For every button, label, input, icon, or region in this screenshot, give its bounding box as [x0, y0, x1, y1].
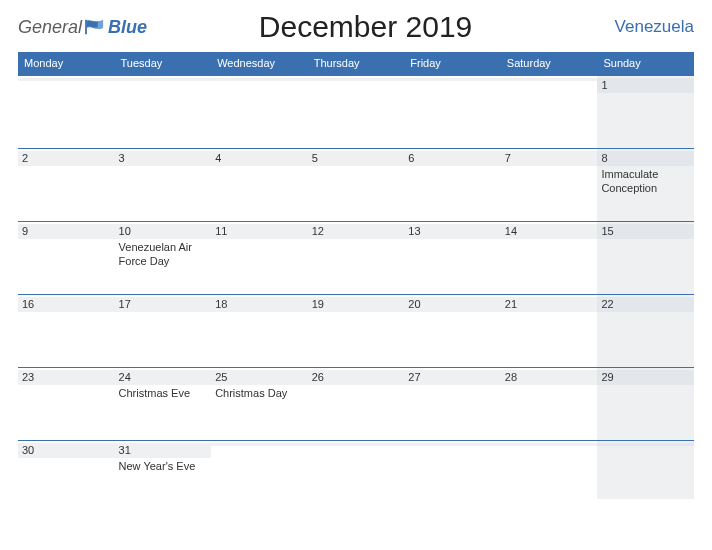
calendar-cell: [308, 76, 405, 148]
calendar: Monday Tuesday Wednesday Thursday Friday…: [18, 52, 694, 499]
date-number: 31: [115, 443, 212, 458]
date-number: [211, 78, 308, 81]
page-title: December 2019: [147, 10, 584, 44]
event-label: New Year's Eve: [119, 458, 208, 474]
date-number: [211, 443, 308, 446]
calendar-cell: [115, 76, 212, 148]
date-number: [308, 443, 405, 446]
calendar-cell: [18, 76, 115, 148]
date-number: 22: [597, 297, 694, 312]
day-headers-row: Monday Tuesday Wednesday Thursday Friday…: [18, 52, 694, 75]
calendar-cell: 30: [18, 441, 115, 499]
date-number: 16: [18, 297, 115, 312]
event-label: Immaculate Conception: [601, 166, 690, 196]
date-number: [501, 78, 598, 81]
calendar-cell: 6: [404, 149, 501, 221]
day-header: Saturday: [501, 53, 598, 74]
date-number: 27: [404, 370, 501, 385]
date-number: [115, 78, 212, 81]
date-number: 30: [18, 443, 115, 458]
calendar-cell: 9: [18, 222, 115, 294]
calendar-cell: 29: [597, 368, 694, 440]
calendar-cell: [501, 76, 598, 148]
date-number: 28: [501, 370, 598, 385]
country-label: Venezuela: [584, 17, 694, 37]
calendar-cell: 1: [597, 76, 694, 148]
event-label: Venezuelan Air Force Day: [119, 239, 208, 269]
date-number: 17: [115, 297, 212, 312]
calendar-cell: 20: [404, 295, 501, 367]
date-number: 15: [597, 224, 694, 239]
calendar-cell: 15: [597, 222, 694, 294]
date-number: 25: [211, 370, 308, 385]
calendar-cell: 17: [115, 295, 212, 367]
calendar-cell: 8Immaculate Conception: [597, 149, 694, 221]
calendar-cell: 4: [211, 149, 308, 221]
date-number: 19: [308, 297, 405, 312]
logo-text-blue: Blue: [108, 17, 147, 38]
calendar-cell: 13: [404, 222, 501, 294]
calendar-cell: 5: [308, 149, 405, 221]
date-number: [308, 78, 405, 81]
day-header: Wednesday: [211, 53, 308, 74]
event-label: Christmas Day: [215, 385, 304, 401]
date-number: 29: [597, 370, 694, 385]
calendar-cell: 21: [501, 295, 598, 367]
day-header: Friday: [404, 53, 501, 74]
week-row: 910Venezuelan Air Force Day1112131415: [18, 221, 694, 294]
calendar-cell: 27: [404, 368, 501, 440]
week-row: 1: [18, 75, 694, 148]
calendar-cell: [597, 441, 694, 499]
calendar-cell: 18: [211, 295, 308, 367]
logo-flag-icon: [84, 18, 106, 36]
date-number: 1: [597, 78, 694, 93]
calendar-cell: [308, 441, 405, 499]
date-number: 5: [308, 151, 405, 166]
day-header: Sunday: [597, 53, 694, 74]
header: General Blue December 2019 Venezuela: [18, 10, 694, 44]
calendar-cell: 12: [308, 222, 405, 294]
date-number: 23: [18, 370, 115, 385]
date-number: 26: [308, 370, 405, 385]
day-header: Thursday: [308, 53, 405, 74]
day-header: Tuesday: [115, 53, 212, 74]
calendar-cell: 23: [18, 368, 115, 440]
date-number: [18, 78, 115, 81]
event-label: Christmas Eve: [119, 385, 208, 401]
week-row: 2324Christmas Eve25Christmas Day26272829: [18, 367, 694, 440]
date-number: [501, 443, 598, 446]
week-row: 3031New Year's Eve: [18, 440, 694, 499]
calendar-cell: 26: [308, 368, 405, 440]
date-number: 6: [404, 151, 501, 166]
date-number: 21: [501, 297, 598, 312]
calendar-cell: 2: [18, 149, 115, 221]
calendar-cell: 25Christmas Day: [211, 368, 308, 440]
date-number: 9: [18, 224, 115, 239]
date-number: 2: [18, 151, 115, 166]
date-number: 20: [404, 297, 501, 312]
calendar-cell: 14: [501, 222, 598, 294]
date-number: 7: [501, 151, 598, 166]
logo: General Blue: [18, 17, 147, 38]
week-row: 16171819202122: [18, 294, 694, 367]
week-row: 2345678Immaculate Conception: [18, 148, 694, 221]
date-number: 11: [211, 224, 308, 239]
date-number: 3: [115, 151, 212, 166]
calendar-cell: 24Christmas Eve: [115, 368, 212, 440]
calendar-cell: [501, 441, 598, 499]
date-number: 18: [211, 297, 308, 312]
date-number: [597, 443, 694, 446]
calendar-cell: 31New Year's Eve: [115, 441, 212, 499]
calendar-cell: 22: [597, 295, 694, 367]
calendar-cell: 28: [501, 368, 598, 440]
calendar-cell: 10Venezuelan Air Force Day: [115, 222, 212, 294]
calendar-cell: [404, 441, 501, 499]
calendar-cell: [211, 76, 308, 148]
date-number: 8: [597, 151, 694, 166]
calendar-cell: 16: [18, 295, 115, 367]
date-number: 24: [115, 370, 212, 385]
date-number: [404, 443, 501, 446]
logo-text-general: General: [18, 17, 82, 38]
calendar-cell: 3: [115, 149, 212, 221]
date-number: 10: [115, 224, 212, 239]
